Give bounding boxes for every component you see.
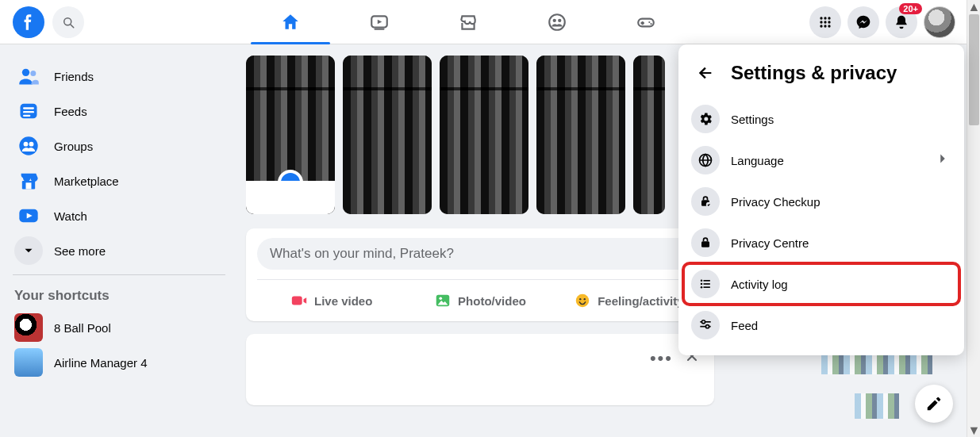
nav-marketplace[interactable] [424, 0, 513, 44]
svg-point-35 [579, 298, 581, 300]
search-icon [61, 15, 75, 29]
svg-rect-45 [704, 283, 710, 285]
dropdown-item-label: Privacy Centre [731, 236, 809, 250]
create-story[interactable] [246, 56, 335, 214]
svg-point-10 [820, 17, 822, 19]
dropdown-item-language[interactable]: Language [683, 140, 959, 181]
story-card[interactable] [440, 56, 528, 214]
svg-rect-29 [26, 182, 32, 189]
list-icon [691, 270, 720, 298]
scroll-up-icon[interactable]: ▲ [967, 0, 980, 13]
live-video-icon [290, 292, 308, 309]
sidebar-item-label: Feeds [54, 105, 87, 118]
sidebar-item-label: See more [54, 244, 106, 258]
facebook-f-icon [18, 12, 39, 33]
composer-button-label: Feeling/activity [598, 294, 683, 308]
shortcut-8ballpool[interactable]: 8 Ball Pool [6, 310, 232, 345]
settings-privacy-dropdown: Settings & privacy Settings Language Pri… [678, 44, 964, 355]
story-card[interactable] [343, 56, 432, 214]
story-card[interactable] [536, 56, 625, 214]
bell-icon [894, 14, 909, 30]
sidebar-item-watch[interactable]: Watch [6, 198, 232, 233]
svg-point-9 [650, 23, 651, 25]
sidebar-item-seemore[interactable]: See more [6, 233, 232, 268]
svg-rect-46 [704, 286, 710, 288]
composer-live-button[interactable]: Live video [257, 285, 405, 316]
svg-point-16 [820, 25, 822, 27]
chevron-right-icon [934, 150, 951, 171]
sidebar-item-feeds[interactable]: Feeds [6, 94, 232, 128]
composer-input[interactable]: What's on your mind, Prateek? [257, 238, 703, 270]
scroll-down-icon[interactable]: ▼ [967, 424, 980, 437]
svg-point-4 [549, 14, 565, 30]
svg-point-27 [29, 142, 34, 147]
facebook-logo[interactable] [13, 6, 44, 38]
lock-icon [691, 228, 720, 257]
messenger-icon [855, 14, 871, 30]
svg-point-50 [705, 325, 709, 328]
svg-point-5 [553, 19, 556, 22]
photo-video-icon [434, 292, 452, 309]
dropdown-item-label: Privacy Checkup [731, 195, 821, 209]
chevron-down-icon [14, 236, 43, 265]
header-nav [246, 0, 690, 44]
dropdown-item-feed[interactable]: Feed [683, 305, 959, 346]
svg-rect-44 [704, 280, 710, 282]
scrollbar-thumb[interactable] [969, 14, 979, 125]
search-button[interactable] [52, 6, 84, 38]
svg-rect-7 [638, 19, 654, 27]
notifications-button[interactable]: 20+ [886, 6, 917, 38]
dropdown-item-privacy-centre[interactable]: Privacy Centre [683, 222, 959, 263]
shortcut-icon [14, 348, 43, 377]
side-story-thumbnail [821, 349, 932, 428]
page-scrollbar[interactable]: ▲ ▼ [967, 0, 980, 437]
svg-point-18 [828, 25, 830, 27]
sidebar-item-label: Marketplace [54, 174, 119, 188]
lock-check-icon [691, 187, 720, 216]
svg-point-33 [439, 297, 442, 300]
dropdown-item-activity-log[interactable]: Activity log [683, 263, 959, 305]
dropdown-item-settings[interactable]: Settings [683, 98, 959, 140]
nav-home[interactable] [246, 0, 335, 44]
svg-point-36 [584, 298, 586, 300]
svg-point-41 [701, 280, 703, 282]
nav-watch[interactable] [335, 0, 424, 44]
gaming-icon [636, 12, 656, 33]
composer-photo-button[interactable]: Photo/video [405, 285, 554, 316]
svg-rect-23 [23, 111, 34, 113]
nav-gaming[interactable] [601, 0, 690, 44]
dropdown-back-button[interactable] [691, 59, 720, 87]
shortcut-airlinemanager[interactable]: Airline Manager 4 [6, 345, 232, 380]
svg-point-6 [558, 19, 561, 22]
sidebar-item-marketplace[interactable]: Marketplace [6, 163, 232, 198]
account-avatar[interactable] [924, 6, 955, 38]
feed-post: ••• [246, 334, 714, 405]
sidebar-item-groups[interactable]: Groups [6, 128, 232, 163]
menu-button[interactable] [809, 6, 841, 38]
shortcut-icon [14, 313, 43, 342]
watch-sidebar-icon [14, 201, 43, 230]
feeds-icon [14, 97, 43, 125]
svg-point-34 [576, 294, 590, 308]
marketplace-sidebar-icon [14, 167, 43, 195]
svg-rect-40 [701, 241, 709, 247]
dropdown-item-label: Settings [731, 113, 774, 126]
post-options-button[interactable]: ••• [650, 348, 673, 369]
story-card[interactable] [633, 56, 665, 214]
svg-point-19 [22, 69, 29, 76]
nav-groups[interactable] [513, 0, 601, 44]
header-left [0, 6, 84, 38]
svg-point-13 [820, 21, 822, 23]
dropdown-item-privacy-checkup[interactable]: Privacy Checkup [683, 181, 959, 222]
header-right: 20+ [809, 0, 955, 44]
messenger-button[interactable] [847, 6, 879, 38]
left-sidebar: Friends Feeds Groups Marketplace Watch S… [0, 44, 238, 437]
new-post-fab[interactable] [915, 385, 953, 423]
svg-rect-22 [23, 107, 34, 109]
sidebar-item-friends[interactable]: Friends [6, 59, 232, 94]
svg-point-14 [824, 21, 826, 23]
sidebar-item-label: Groups [54, 140, 93, 153]
watch-icon [369, 12, 390, 33]
svg-line-1 [71, 25, 74, 28]
composer-button-label: Live video [314, 294, 372, 308]
